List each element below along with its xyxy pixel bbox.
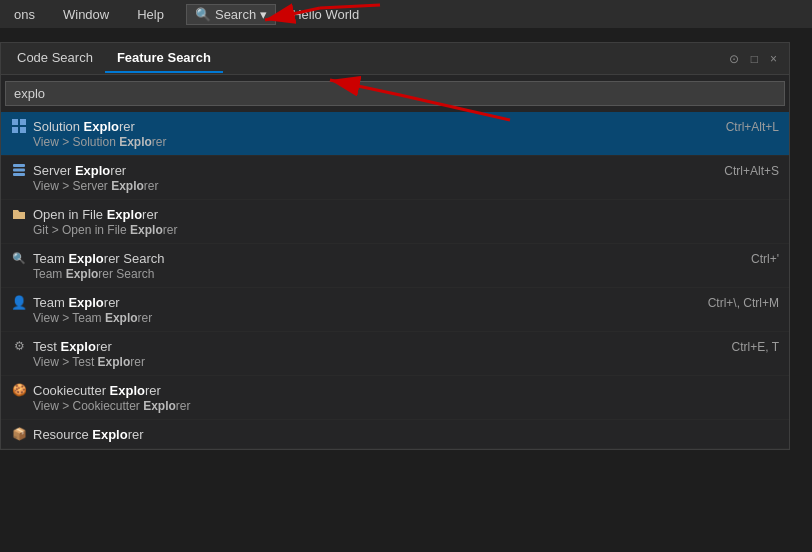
result-resource-explorer[interactable]: 📦 Resource Explorer: [1, 420, 789, 449]
svg-rect-2: [12, 127, 18, 133]
result-sub: View > Team Explorer: [11, 311, 708, 325]
search-icon: 🔍: [195, 7, 211, 22]
result-title: Test Explorer: [33, 339, 112, 354]
search-button[interactable]: 🔍 Search ▾: [186, 4, 276, 25]
result-title: Team Explorer Search: [33, 251, 165, 266]
result-title: Team Explorer: [33, 295, 120, 310]
float-icon[interactable]: □: [747, 50, 762, 68]
pin-icon[interactable]: ⊙: [725, 50, 743, 68]
svg-rect-4: [13, 164, 25, 167]
result-cookiecutter-explorer[interactable]: 🍪 Cookiecutter Explorer View > Cookiecut…: [1, 376, 789, 420]
server-icon: [11, 162, 27, 178]
result-left: 🔍 Team Explorer Search Team Explorer Sea…: [11, 250, 751, 281]
result-server-explorer[interactable]: Server Explorer View > Server Explorer C…: [1, 156, 789, 200]
result-sub: View > Test Explorer: [11, 355, 732, 369]
person-icon: 👤: [11, 294, 27, 310]
result-sub: Git > Open in File Explorer: [11, 223, 779, 237]
shortcut: Ctrl+Alt+L: [726, 118, 779, 134]
result-sub: View > Solution Explorer: [11, 135, 726, 149]
result-main: 🔍 Team Explorer Search: [11, 250, 751, 266]
result-solution-explorer[interactable]: Solution Explorer View > Solution Explor…: [1, 112, 789, 156]
hello-world-label: Hello World: [292, 7, 359, 22]
resource-icon: 📦: [11, 426, 27, 442]
panel-controls: ⊙ □ ×: [725, 50, 785, 68]
result-file-explorer[interactable]: Open in File Explorer Git > Open in File…: [1, 200, 789, 244]
result-title: Resource Explorer: [33, 427, 144, 442]
result-left: 👤 Team Explorer View > Team Explorer: [11, 294, 708, 325]
result-left: Solution Explorer View > Solution Explor…: [11, 118, 726, 149]
results-list: Solution Explorer View > Solution Explor…: [1, 112, 789, 449]
cookie-icon: 🍪: [11, 382, 27, 398]
result-title: Server Explorer: [33, 163, 126, 178]
shortcut: Ctrl+\, Ctrl+M: [708, 294, 779, 310]
result-left: ⚙ Test Explorer View > Test Explorer: [11, 338, 732, 369]
menu-help[interactable]: Help: [131, 5, 170, 24]
shortcut: Ctrl+Alt+S: [724, 162, 779, 178]
tabs-bar: Code Search Feature Search ⊙ □ ×: [1, 43, 789, 75]
result-left: Open in File Explorer Git > Open in File…: [11, 206, 779, 237]
result-sub: View > Cookiecutter Explorer: [11, 399, 779, 413]
svg-rect-3: [20, 127, 26, 133]
folder-icon: [11, 206, 27, 222]
result-left: 📦 Resource Explorer: [11, 426, 779, 442]
result-sub: View > Server Explorer: [11, 179, 724, 193]
result-team-explorer[interactable]: 👤 Team Explorer View > Team Explorer Ctr…: [1, 288, 789, 332]
search-panel: Code Search Feature Search ⊙ □ × Solutio…: [0, 42, 790, 450]
result-main: ⚙ Test Explorer: [11, 338, 732, 354]
shortcut: Ctrl+E, T: [732, 338, 779, 354]
result-team-explorer-search[interactable]: 🔍 Team Explorer Search Team Explorer Sea…: [1, 244, 789, 288]
result-test-explorer[interactable]: ⚙ Test Explorer View > Test Explorer Ctr…: [1, 332, 789, 376]
menu-window[interactable]: Window: [57, 5, 115, 24]
search-input[interactable]: [5, 81, 785, 106]
search-team-icon: 🔍: [11, 250, 27, 266]
tab-feature-search[interactable]: Feature Search: [105, 44, 223, 73]
search-button-label: Search: [215, 7, 256, 22]
result-sub: Team Explorer Search: [11, 267, 751, 281]
result-main: 🍪 Cookiecutter Explorer: [11, 382, 779, 398]
svg-rect-6: [13, 173, 25, 176]
menu-bar: ons Window Help 🔍 Search ▾ Hello World: [0, 0, 812, 28]
tab-code-search[interactable]: Code Search: [5, 44, 105, 73]
grid-icon: [11, 118, 27, 134]
svg-rect-0: [12, 119, 18, 125]
result-main: Server Explorer: [11, 162, 724, 178]
result-left: 🍪 Cookiecutter Explorer View > Cookiecut…: [11, 382, 779, 413]
close-icon[interactable]: ×: [766, 50, 781, 68]
svg-rect-5: [13, 169, 25, 172]
search-dropdown-arrow: ▾: [260, 7, 267, 22]
result-main: Solution Explorer: [11, 118, 726, 134]
svg-rect-1: [20, 119, 26, 125]
result-title: Open in File Explorer: [33, 207, 158, 222]
result-title: Cookiecutter Explorer: [33, 383, 161, 398]
result-main: 👤 Team Explorer: [11, 294, 708, 310]
search-input-wrap: [1, 75, 789, 112]
result-main: Open in File Explorer: [11, 206, 779, 222]
result-title: Solution Explorer: [33, 119, 135, 134]
result-main: 📦 Resource Explorer: [11, 426, 779, 442]
menu-ons[interactable]: ons: [8, 5, 41, 24]
shortcut: Ctrl+': [751, 250, 779, 266]
test-icon: ⚙: [11, 338, 27, 354]
result-left: Server Explorer View > Server Explorer: [11, 162, 724, 193]
